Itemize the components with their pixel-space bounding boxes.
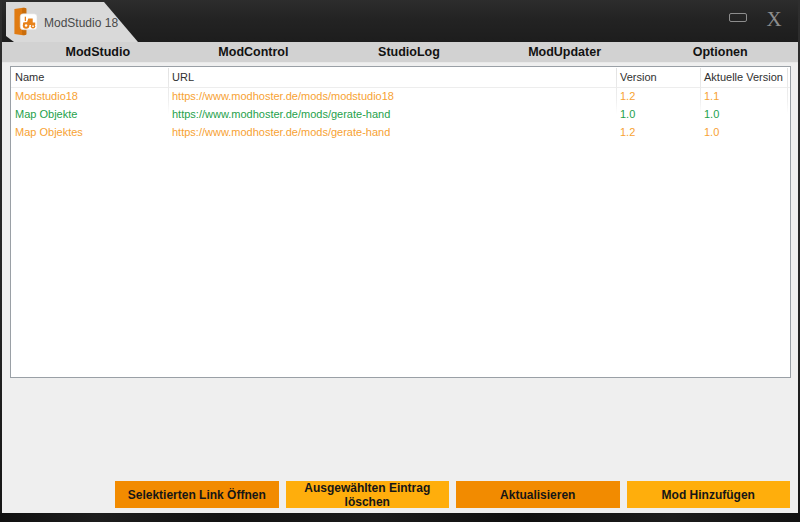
cell-version: 1.0 bbox=[620, 105, 635, 123]
cell-version: 1.2 bbox=[620, 123, 635, 141]
close-button[interactable]: X bbox=[763, 6, 785, 32]
cell-url: https://www.modhoster.de/mods/modstudio1… bbox=[172, 87, 394, 105]
app-logo-icon bbox=[12, 6, 39, 37]
add-mod-button[interactable]: Mod Hinzufügen bbox=[627, 481, 791, 508]
cell-aktuelle-version: 1.0 bbox=[704, 105, 719, 123]
table-row[interactable]: Modstudio18 https://www.modhoster.de/mod… bbox=[11, 87, 790, 105]
delete-selected-entry-button[interactable]: Ausgewählten Eintrag löschen bbox=[286, 481, 450, 508]
table-row[interactable]: Map Objekte https://www.modhoster.de/mod… bbox=[11, 105, 790, 123]
refresh-button[interactable]: Aktualisieren bbox=[456, 481, 620, 508]
window-title: ModStudio 18 bbox=[44, 2, 118, 42]
main-content: Name URL Version Aktuelle Version Modstu… bbox=[2, 63, 798, 513]
column-header-url[interactable]: URL bbox=[172, 67, 194, 87]
cell-name: Map Objekte bbox=[15, 105, 77, 123]
menu-item-modcontrol[interactable]: ModControl bbox=[176, 45, 332, 59]
title-tab: ModStudio 18 bbox=[6, 2, 138, 42]
menu-item-modupdater[interactable]: ModUpdater bbox=[487, 45, 643, 59]
table-row[interactable]: Map Objektes https://www.modhoster.de/mo… bbox=[11, 123, 790, 141]
app-window: ModStudio 18 X ModStudio ModControl Stud… bbox=[2, 0, 798, 513]
menu-item-studiolog[interactable]: StudioLog bbox=[331, 45, 487, 59]
column-header-aktuelle-version[interactable]: Aktuelle Version bbox=[704, 67, 783, 87]
action-button-row: Selektierten Link Öffnen Ausgewählten Ei… bbox=[115, 481, 790, 508]
menu-item-optionen[interactable]: Optionen bbox=[642, 45, 798, 59]
cell-aktuelle-version: 1.1 bbox=[704, 87, 719, 105]
column-header-version[interactable]: Version bbox=[620, 67, 657, 87]
open-selected-link-button[interactable]: Selektierten Link Öffnen bbox=[115, 481, 279, 508]
cell-name: Modstudio18 bbox=[15, 87, 78, 105]
cell-url: https://www.modhoster.de/mods/gerate-han… bbox=[172, 105, 390, 123]
minimize-button[interactable] bbox=[729, 13, 747, 22]
cell-version: 1.2 bbox=[620, 87, 635, 105]
cell-aktuelle-version: 1.0 bbox=[704, 123, 719, 141]
title-bar: ModStudio 18 X bbox=[2, 0, 798, 42]
cell-name: Map Objektes bbox=[15, 123, 83, 141]
mod-list-table: Name URL Version Aktuelle Version Modstu… bbox=[10, 66, 791, 378]
desktop-background-strip bbox=[0, 513, 800, 522]
cell-url: https://www.modhoster.de/mods/gerate-han… bbox=[172, 123, 390, 141]
table-header: Name URL Version Aktuelle Version bbox=[11, 67, 790, 88]
menu-item-modstudio[interactable]: ModStudio bbox=[20, 45, 176, 59]
column-header-name[interactable]: Name bbox=[15, 67, 44, 87]
menu-bar: ModStudio ModControl StudioLog ModUpdate… bbox=[2, 42, 798, 63]
